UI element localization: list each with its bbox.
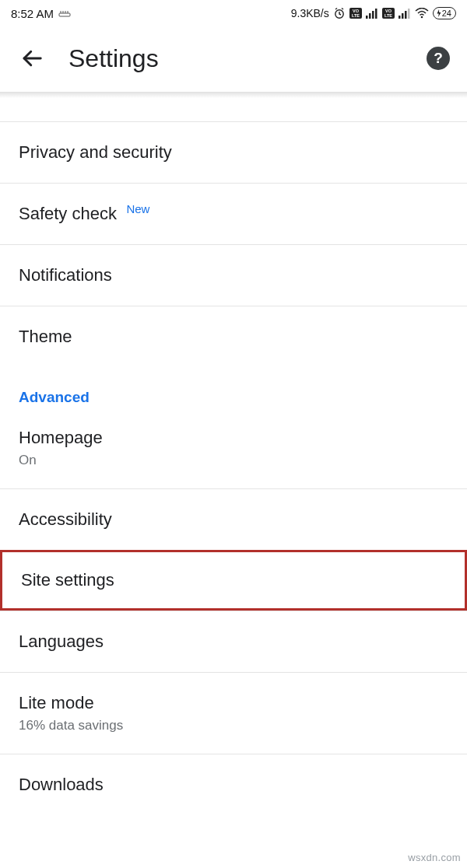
- settings-item-sublabel: On: [19, 453, 448, 468]
- svg-rect-11: [366, 16, 368, 19]
- new-badge: New: [126, 202, 149, 215]
- svg-line-7: [342, 9, 343, 10]
- battery-indicator: 24: [433, 7, 456, 19]
- settings-list: Privacy and security Safety check New No…: [0, 121, 467, 803]
- signal-icon-1: [366, 8, 378, 19]
- question-mark-icon: ?: [434, 50, 443, 67]
- settings-item-privacy[interactable]: Privacy and security: [0, 121, 467, 183]
- settings-item-label: Site settings: [21, 570, 114, 590]
- svg-rect-13: [372, 11, 374, 19]
- settings-item-label: Accessibility: [19, 509, 112, 529]
- signal-icon-2: [399, 8, 411, 19]
- settings-item-downloads[interactable]: Downloads: [0, 754, 467, 803]
- svg-text:LTE: LTE: [384, 13, 392, 18]
- back-button[interactable]: [17, 44, 47, 73]
- watermark-text: wsxdn.com: [408, 852, 461, 863]
- svg-rect-18: [399, 16, 401, 19]
- status-time: 8:52 AM: [11, 7, 54, 20]
- settings-item-label: Languages: [19, 632, 104, 651]
- help-button[interactable]: ?: [427, 47, 450, 70]
- appbar-shadow: [0, 92, 467, 98]
- battery-level: 24: [442, 8, 451, 19]
- svg-rect-20: [405, 11, 407, 19]
- arrow-left-icon: [20, 47, 44, 70]
- svg-line-6: [335, 9, 337, 10]
- svg-rect-14: [375, 9, 377, 19]
- settings-item-label: Lite mode: [19, 693, 94, 712]
- settings-item-accessibility[interactable]: Accessibility: [0, 488, 467, 550]
- settings-item-theme[interactable]: Theme: [0, 306, 467, 367]
- wifi-icon: [415, 8, 429, 19]
- svg-text:LTE: LTE: [352, 13, 360, 18]
- settings-item-label: Safety check: [19, 204, 117, 223]
- settings-item-safety-check[interactable]: Safety check New: [0, 183, 467, 244]
- svg-rect-0: [59, 13, 70, 16]
- settings-item-label: Notifications: [19, 265, 112, 285]
- volte-icon-2: VOLTE: [382, 8, 395, 19]
- svg-point-22: [420, 16, 423, 19]
- svg-rect-21: [408, 9, 410, 19]
- settings-item-label: Downloads: [19, 775, 104, 794]
- status-bar: 8:52 AM 9.3KB/s VOLTE VOLTE 24: [0, 0, 467, 26]
- section-heading-advanced: Advanced: [0, 367, 467, 412]
- page-title: Settings: [68, 44, 159, 73]
- alarm-icon: [333, 7, 346, 19]
- settings-item-notifications[interactable]: Notifications: [0, 244, 467, 306]
- settings-item-label: Privacy and security: [19, 142, 172, 162]
- status-net-speed: 9.3KB/s: [291, 7, 329, 19]
- settings-item-sublabel: 16% data savings: [19, 718, 448, 733]
- svg-rect-19: [402, 13, 404, 19]
- settings-item-label: Theme: [19, 327, 72, 346]
- app-bar: Settings ?: [0, 26, 467, 90]
- settings-item-languages[interactable]: Languages: [0, 611, 467, 672]
- spacer: [0, 98, 467, 114]
- voicemail-icon: [58, 9, 71, 17]
- settings-item-homepage[interactable]: Homepage On: [0, 412, 467, 488]
- settings-item-lite-mode[interactable]: Lite mode 16% data savings: [0, 672, 467, 754]
- svg-rect-12: [369, 13, 371, 19]
- settings-item-site-settings[interactable]: Site settings: [0, 550, 467, 611]
- volte-icon-1: VOLTE: [349, 8, 362, 19]
- settings-item-label: Homepage: [19, 428, 103, 447]
